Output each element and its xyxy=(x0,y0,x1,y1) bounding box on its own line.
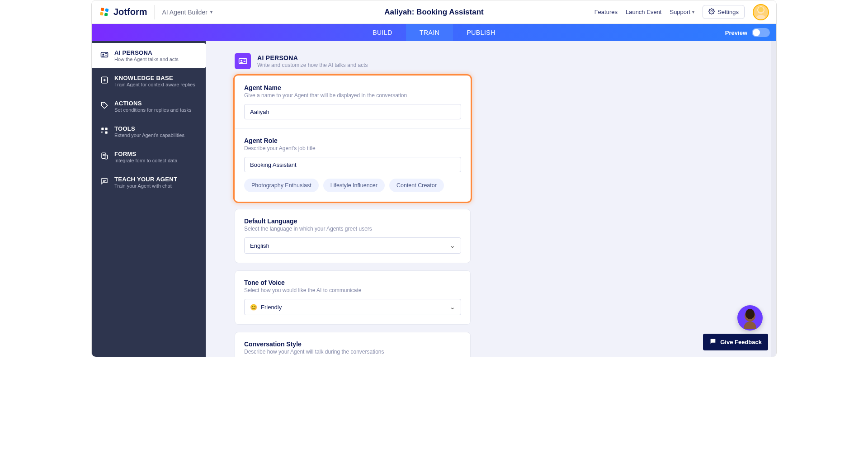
sidebar-item-title: AI PERSONA xyxy=(114,49,179,56)
nav-support-text: Support xyxy=(670,9,690,15)
section-subtitle: Write and customize how the AI talks and… xyxy=(257,62,368,68)
agent-name-help: Give a name to your Agent that will be d… xyxy=(244,92,461,99)
language-help: Select the language in which your Agents… xyxy=(244,226,461,232)
sidebar-item-tools[interactable]: TOOLS Extend your Agent's capabilities xyxy=(92,119,206,144)
plus-square-icon xyxy=(100,76,109,85)
logo-icon xyxy=(99,7,110,18)
svg-point-33 xyxy=(751,316,753,317)
sidebar-item-title: KNOWLEDGE BASE xyxy=(114,75,195,81)
chat-icon xyxy=(100,177,109,186)
svg-rect-1 xyxy=(105,8,108,12)
sidebar-item-subtitle: Integrate form to collect data xyxy=(114,158,177,163)
chevron-down-icon: ▾ xyxy=(210,9,212,14)
agent-role-help: Describe your Agent's job title xyxy=(244,145,461,151)
forms-icon xyxy=(100,151,109,161)
persona-card-icon xyxy=(100,50,109,59)
svg-rect-2 xyxy=(100,12,104,15)
sidebar-item-actions[interactable]: ACTIONS Set conditions for replies and t… xyxy=(92,94,206,119)
logo-block[interactable]: Jotform xyxy=(99,5,155,19)
tab-publish[interactable]: PUBLISH xyxy=(453,24,509,41)
chevron-down-icon: ▾ xyxy=(692,9,694,14)
sidebar-item-subtitle: How the Agent talks and acts xyxy=(114,57,179,62)
svg-point-13 xyxy=(103,104,104,104)
sidebar-item-title: FORMS xyxy=(114,151,177,157)
default-language-card: Default Language Select the language in … xyxy=(235,209,471,263)
mode-tabs: BUILD TRAIN PUBLISH Preview xyxy=(92,24,776,41)
chevron-down-icon: ⌄ xyxy=(450,242,455,249)
tab-build[interactable]: BUILD xyxy=(359,24,406,41)
train-sidebar: AI PERSONA How the Agent talks and acts … xyxy=(92,41,206,357)
settings-button[interactable]: Settings xyxy=(703,5,745,19)
section-title: AI PERSONA xyxy=(257,54,368,61)
apps-icon xyxy=(100,126,109,135)
sidebar-item-subtitle: Train Agent for context aware replies xyxy=(114,82,195,87)
preview-label: Preview xyxy=(725,29,747,36)
content-area[interactable]: AI PERSONA Write and customize how the A… xyxy=(206,41,776,357)
main-area: AI PERSONA How the Agent talks and acts … xyxy=(92,41,776,357)
nav-launch-event[interactable]: Launch Event xyxy=(626,9,662,15)
preview-toggle[interactable] xyxy=(752,28,770,37)
sidebar-item-title: TOOLS xyxy=(114,125,184,132)
sidebar-item-ai-persona[interactable]: AI PERSONA How the Agent talks and acts xyxy=(92,43,206,68)
agent-name-input[interactable] xyxy=(244,104,461,119)
persona-identity-card: Agent Name Give a name to your Agent tha… xyxy=(235,76,471,202)
logo-text: Jotform xyxy=(113,7,147,17)
svg-rect-16 xyxy=(105,132,108,134)
conversation-style-help: Describe how your Agent will talk during… xyxy=(244,349,461,355)
sidebar-item-teach[interactable]: TEACH YOUR AGENT Train your Agent with c… xyxy=(92,170,206,195)
language-select[interactable]: English ⌄ xyxy=(244,237,461,254)
sidebar-item-forms[interactable]: FORMS Integrate form to collect data xyxy=(92,144,206,170)
svg-rect-3 xyxy=(104,13,108,16)
persona-section-icon xyxy=(235,53,251,69)
gear-icon xyxy=(708,8,715,16)
top-bar: Jotform AI Agent Builder ▾ Aaliyah: Book… xyxy=(92,0,776,24)
svg-point-7 xyxy=(103,54,104,55)
feedback-icon xyxy=(709,338,717,346)
nav-support[interactable]: Support ▾ xyxy=(670,9,694,15)
role-suggestion-chip[interactable]: Photography Enthusiast xyxy=(244,179,319,192)
product-name-text: AI Agent Builder xyxy=(162,9,207,16)
svg-point-24 xyxy=(241,60,242,61)
scrollbar[interactable] xyxy=(771,41,776,357)
svg-rect-14 xyxy=(101,128,104,130)
product-switcher[interactable]: AI Agent Builder ▾ xyxy=(162,9,212,16)
svg-rect-0 xyxy=(100,7,104,11)
tone-select[interactable]: 😊Friendly ⌄ xyxy=(244,299,461,315)
svg-point-4 xyxy=(711,10,712,12)
tone-emoji-icon: 😊 xyxy=(250,304,257,311)
conversation-style-card: Conversation Style Describe how your Age… xyxy=(235,332,471,357)
agent-avatar-button[interactable] xyxy=(737,305,763,331)
settings-label: Settings xyxy=(717,9,739,15)
svg-rect-20 xyxy=(105,155,108,159)
language-label: Default Language xyxy=(244,217,461,225)
sidebar-item-knowledge-base[interactable]: KNOWLEDGE BASE Train Agent for context a… xyxy=(92,68,206,94)
svg-point-32 xyxy=(748,316,749,317)
sidebar-item-title: ACTIONS xyxy=(114,100,192,107)
tone-value: Friendly xyxy=(261,304,282,311)
nav-features[interactable]: Features xyxy=(594,9,618,15)
chevron-down-icon: ⌄ xyxy=(450,303,455,311)
page-title: Aaliyah: Booking Assistant xyxy=(384,8,483,17)
sidebar-item-title: TEACH YOUR AGENT xyxy=(114,176,177,183)
sidebar-item-subtitle: Set conditions for replies and tasks xyxy=(114,107,192,113)
tone-help: Select how you would like the AI to comm… xyxy=(244,287,461,293)
section-header: AI PERSONA Write and customize how the A… xyxy=(235,53,471,69)
feedback-label: Give Feedback xyxy=(720,339,762,345)
role-suggestion-chip[interactable]: Lifestyle Influencer xyxy=(323,179,385,192)
tab-train[interactable]: TRAIN xyxy=(406,24,453,41)
user-avatar[interactable] xyxy=(753,4,769,20)
tag-icon xyxy=(100,101,109,110)
agent-role-label: Agent Role xyxy=(244,137,461,144)
tone-card: Tone of Voice Select how you would like … xyxy=(235,270,471,325)
give-feedback-button[interactable]: Give Feedback xyxy=(703,334,768,350)
conversation-style-label: Conversation Style xyxy=(244,340,461,348)
agent-role-input[interactable] xyxy=(244,157,461,172)
svg-rect-15 xyxy=(105,128,108,130)
sidebar-item-subtitle: Extend your Agent's capabilities xyxy=(114,132,184,138)
agent-name-label: Agent Name xyxy=(244,84,461,91)
language-value: English xyxy=(250,242,269,249)
tone-label: Tone of Voice xyxy=(244,279,461,286)
role-suggestion-chip[interactable]: Content Creator xyxy=(389,179,444,192)
sidebar-item-subtitle: Train your Agent with chat xyxy=(114,183,177,189)
